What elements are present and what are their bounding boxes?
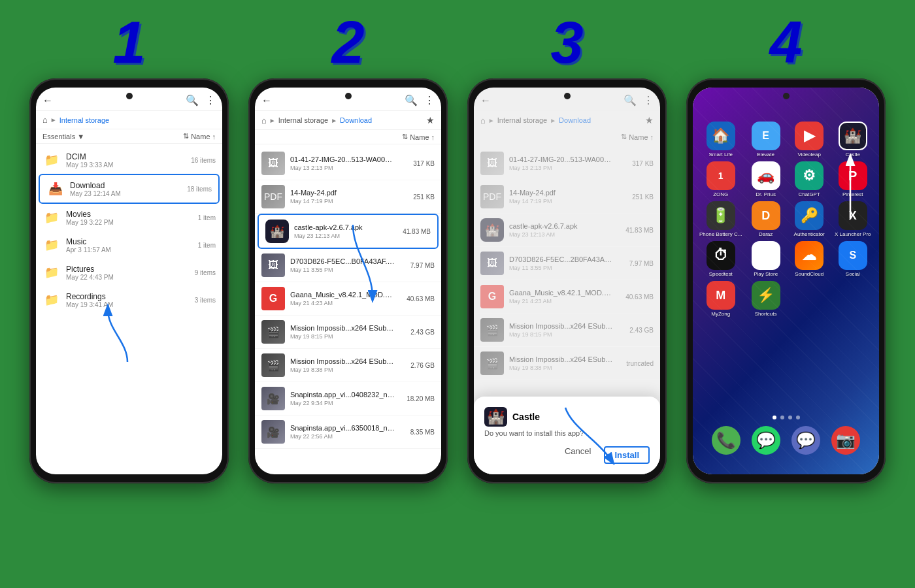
step-2-col: 2 ← 🔍 ⋮ ⌂ ► In	[248, 13, 448, 483]
file-item[interactable]: 🎬 Mission Impossib...x264 ESubs.mkv May …	[255, 349, 441, 382]
cancel-button[interactable]: Cancel	[565, 446, 591, 464]
step-3-breadcrumb: ⌂ ► Internal storage ► Download ★	[474, 111, 660, 130]
install-button[interactable]: Install	[604, 446, 650, 464]
file-thumb-gaana: G	[261, 287, 285, 310]
back-icon[interactable]: ←	[42, 95, 53, 106]
file-item[interactable]: G Gaana_Music_v8.42.1_MOD.apk May 21 4:2…	[255, 282, 441, 316]
sort-row: Essentials ▼ ⇅ Name ↑	[36, 129, 222, 144]
list-item[interactable]: 📁 DCIM May 19 3:33 AM 16 items	[36, 146, 222, 174]
back-icon[interactable]: ←	[480, 95, 491, 106]
step-2-fm: ← 🔍 ⋮ ⌂ ► Internal storage ► Download ★	[255, 88, 441, 474]
file-meta: May 19 8:38 PM	[509, 365, 621, 371]
step-2-screen: ← 🔍 ⋮ ⌂ ► Internal storage ► Download ★	[255, 88, 441, 474]
file-item: PDF 14-May-24.pdf May 14 7:19 PM 251 KB	[474, 180, 660, 214]
file-size: 2.43 GB	[629, 327, 654, 334]
file-item-castle[interactable]: 🏰 castle-apk-v2.6.7.apk May 23 12:13 AM …	[258, 214, 439, 249]
file-info: Snapinsta.app_vi...0408232_n.mp4 May 22 …	[290, 391, 401, 406]
folder-icon: 📁	[42, 208, 61, 227]
step-2-camera	[345, 93, 352, 99]
dialog-question: Do you want to install this app?	[484, 429, 650, 437]
file-item[interactable]: 🎬 Mission Impossib...x264 ESubs.mkv May …	[255, 316, 441, 349]
search-icon[interactable]: 🔍	[624, 94, 637, 106]
file-item[interactable]: 🖼 D703D826-F5EC...B0FA43AF.png May 11 3:…	[255, 249, 441, 282]
back-icon[interactable]: ←	[261, 95, 272, 106]
sort-name[interactable]: ⇅ Name ↑	[621, 133, 654, 141]
breadcrumb-arrow: ►	[50, 116, 57, 123]
file-item[interactable]: PDF 14-May-24.pdf May 14 7:19 PM 251 KB	[255, 180, 441, 214]
step-1-screen: ← 🔍 ⋮ ⌂ ► Internal storage	[36, 88, 222, 474]
file-name: Mission Impossib...x264 ESubs.mkv	[290, 357, 395, 365]
file-thumb: PDF	[261, 185, 285, 208]
sort-name[interactable]: ⇅ Name ↑	[183, 132, 216, 140]
dock: 📞 💬 💬 📷	[693, 426, 879, 455]
more-icon[interactable]: ⋮	[643, 94, 654, 106]
search-icon[interactable]: 🔍	[405, 94, 418, 106]
sort-name[interactable]: ⇅ Name ↑	[402, 133, 435, 141]
dialog-app-name: Castle	[512, 412, 540, 422]
dock-whatsapp[interactable]: 💬	[752, 426, 780, 455]
item-info: DCIM May 19 3:33 AM	[66, 152, 186, 169]
file-info: 01-41-27-IMG-20...513-WA0016.jpg May 13 …	[509, 155, 627, 171]
dock-camera[interactable]: 📷	[831, 426, 860, 455]
item-info: Recordings May 19 3:41 AM	[66, 292, 190, 308]
star-icon[interactable]: ★	[426, 115, 435, 125]
file-info: Gaana_Music_v8.42.1_MOD.apk May 21 4:23 …	[509, 289, 620, 304]
file-name: D703D826-F5EC...B0FA43AF.png	[290, 257, 395, 265]
step-1-col: 1 ← 🔍 ⋮ ⌂ ► In	[29, 13, 229, 483]
list-item[interactable]: 📁 Movies May 19 3:22 PM 1 item	[36, 204, 222, 231]
file-item: 🖼 D703D826-F5EC...2B0FA43AF.png May 11 3…	[474, 247, 660, 280]
item-name: Download	[70, 181, 182, 190]
file-thumb: 🖼	[261, 152, 285, 175]
file-info: Snapinsta.app_vi...6350018_n.mp4 May 22 …	[290, 424, 405, 440]
breadcrumb-current: Download	[559, 116, 591, 124]
step-3-topbar: ← 🔍 ⋮	[474, 88, 660, 111]
file-size: 317 KB	[632, 160, 654, 167]
castle-icon: 🏰	[484, 407, 507, 427]
step-4-number: 4	[769, 13, 802, 72]
step-1-phone: ← 🔍 ⋮ ⌂ ► Internal storage	[29, 78, 229, 483]
file-info: Mission Impossib...x264 ESubs.mkv May 19…	[290, 324, 405, 340]
file-item[interactable]: 🎥 Snapinsta.app_vi...6350018_n.mp4 May 2…	[255, 416, 441, 449]
file-meta: May 11 3:55 PM	[290, 267, 405, 273]
file-size: 18.20 MB	[407, 395, 435, 402]
file-item[interactable]: 🎥 Snapinsta.app_vi...0408232_n.mp4 May 2…	[255, 382, 441, 416]
folder-download-icon: 📥	[46, 180, 65, 198]
dock-messages[interactable]: 💬	[791, 426, 820, 455]
list-item[interactable]: 📁 Music Apr 3 11:57 AM 1 item	[36, 231, 222, 259]
file-name: Gaana_Music_v8.42.1_MOD.apk	[509, 289, 614, 297]
install-dialog: 🏰 Castle Do you want to install this app…	[474, 397, 660, 474]
star-icon[interactable]: ★	[645, 115, 654, 125]
search-icon[interactable]: 🔍	[186, 94, 199, 106]
list-item[interactable]: 📁 Pictures May 22 4:43 PM 9 items	[36, 259, 222, 286]
file-meta: May 21 4:23 AM	[290, 300, 401, 306]
item-info: Download May 23 12:14 AM	[70, 181, 182, 197]
folder-icon: 📁	[42, 291, 61, 309]
file-info: castle-apk-v2.6.7.apk May 23 12:13 AM	[509, 222, 620, 238]
item-name: Movies	[66, 210, 193, 219]
more-icon[interactable]: ⋮	[424, 94, 435, 106]
step-4-phone: 🏠 Smart Life E Elevate ▶ Videoleap 🏰	[686, 78, 886, 483]
file-size: 41.83 MB	[625, 227, 654, 234]
dot-1	[773, 416, 776, 419]
homescreen: 🏠 Smart Life E Elevate ▶ Videoleap 🏰	[693, 88, 879, 474]
step-1-number: 1	[112, 13, 145, 72]
dock-phone[interactable]: 📞	[712, 426, 740, 455]
sort-row: ⇅ Name ↑	[255, 130, 441, 144]
step-1-breadcrumb: ⌂ ► Internal storage	[36, 111, 222, 129]
file-item-castle-apk: 🏰 castle-apk-v2.6.7.apk May 23 12:13 AM …	[474, 214, 660, 247]
list-item[interactable]: 📁 Recordings May 19 3:41 AM 3 items	[36, 286, 222, 314]
file-size: truncated	[626, 360, 654, 367]
list-item-download[interactable]: 📥 Download May 23 12:14 AM 18 items	[39, 174, 220, 204]
file-name: 14-May-24.pdf	[509, 189, 614, 197]
home-icon: ⌂	[480, 116, 486, 125]
file-item: G Gaana_Music_v8.42.1_MOD.apk May 21 4:2…	[474, 280, 660, 314]
essentials-label: Essentials ▼	[42, 133, 84, 140]
file-name: Gaana_Music_v8.42.1_MOD.apk	[290, 291, 395, 299]
more-icon[interactable]: ⋮	[205, 94, 216, 106]
file-thumb: 🎥	[261, 420, 285, 444]
file-meta: May 14 7:19 PM	[290, 198, 408, 204]
step-3-number: 3	[550, 13, 583, 72]
file-thumb: 🏰	[480, 218, 504, 242]
file-item[interactable]: 🖼 01-41-27-IMG-20...513-WA0016.jpg May 1…	[255, 147, 441, 180]
sort-row: ⇅ Name ↑	[474, 130, 660, 144]
